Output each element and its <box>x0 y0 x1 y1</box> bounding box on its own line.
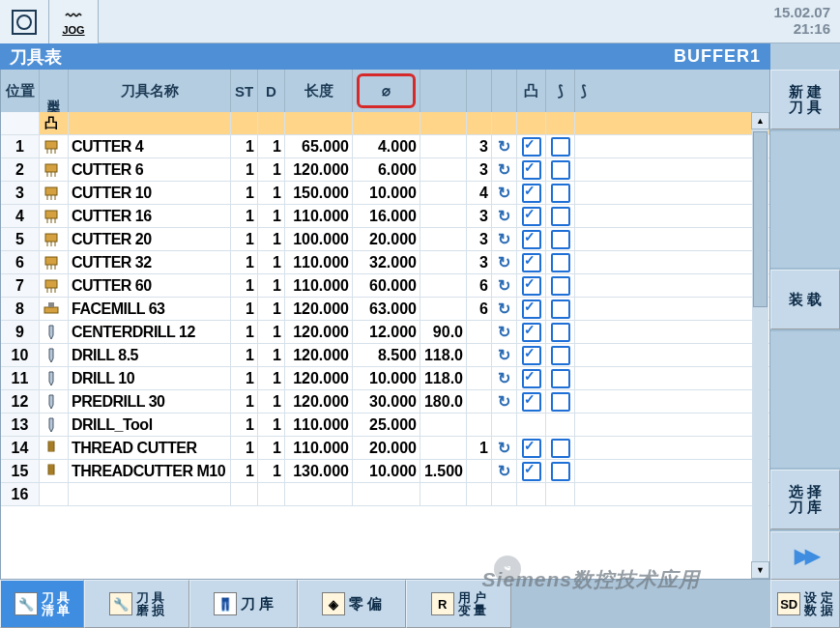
cell-x[interactable] <box>420 251 467 273</box>
cell-spin-icon[interactable]: ↻ <box>492 321 517 343</box>
table-row[interactable]: 1CUTTER 41165.0004.0003↻ <box>1 135 769 158</box>
cell-length[interactable]: 120.000 <box>285 298 353 320</box>
cell-name[interactable]: CUTTER 6 <box>69 158 231 181</box>
cell-d[interactable]: 1 <box>258 321 285 343</box>
cell-x[interactable] <box>420 483 467 505</box>
cell-check1[interactable] <box>517 274 546 297</box>
cell-spin-icon[interactable] <box>492 112 517 134</box>
cell-spin-icon[interactable]: ↻ <box>492 344 517 366</box>
cell-edges[interactable]: 6 <box>467 274 492 297</box>
cell-check2[interactable] <box>546 483 575 505</box>
bsk-zero-offset[interactable]: ◈ 零 偏 <box>298 580 406 628</box>
cell-check1[interactable] <box>517 483 546 505</box>
cell-d[interactable]: 1 <box>258 205 285 227</box>
cell-diameter[interactable]: 32.000 <box>353 251 420 273</box>
cell-d[interactable]: 1 <box>258 158 285 181</box>
cell-st[interactable]: 1 <box>231 390 258 413</box>
cell-diameter[interactable]: 10.000 <box>353 460 420 482</box>
scroll-thumb[interactable] <box>753 131 768 307</box>
cell-check1[interactable] <box>517 135 546 157</box>
table-row[interactable]: 10DRILL 8.511120.0008.500118.0↻ <box>1 344 769 367</box>
cell-diameter[interactable]: 10.000 <box>353 367 420 389</box>
cell-x[interactable] <box>420 228 467 250</box>
col-h3[interactable]: ⟆ <box>575 70 593 112</box>
cell-d[interactable] <box>258 112 285 134</box>
cell-spin-icon[interactable]: ↻ <box>492 274 517 297</box>
scroll-up-icon[interactable]: ▲ <box>751 112 769 129</box>
cell-check2[interactable] <box>546 112 575 134</box>
cell-name[interactable]: CUTTER 16 <box>69 205 231 227</box>
cell-edges[interactable] <box>467 367 492 389</box>
cell-name[interactable]: DRILL 8.5 <box>69 344 231 366</box>
cell-spin-icon[interactable]: ↻ <box>492 182 517 204</box>
cell-check2[interactable] <box>546 228 575 250</box>
cell-name[interactable] <box>69 112 231 134</box>
cell-edges[interactable]: 3 <box>467 135 492 157</box>
cell-x[interactable] <box>420 274 467 297</box>
cell-d[interactable] <box>258 483 285 505</box>
cell-d[interactable]: 1 <box>258 390 285 413</box>
table-row[interactable]: 12PREDRILL 3011120.00030.000180.0↻ <box>1 390 769 414</box>
cell-spin-icon[interactable]: ↻ <box>492 367 517 389</box>
cell-diameter[interactable]: 20.000 <box>353 437 420 459</box>
table-row[interactable]: 14THREAD CUTTER11110.00020.0001↻ <box>1 437 769 460</box>
table-row[interactable]: 2CUTTER 611120.0006.0003↻ <box>1 158 769 182</box>
col-h2[interactable]: ⟆ <box>546 70 575 112</box>
cell-x[interactable] <box>420 298 467 320</box>
cell-edges[interactable]: 1 <box>467 437 492 459</box>
cell-spin-icon[interactable] <box>492 483 517 505</box>
cell-st[interactable]: 1 <box>231 251 258 273</box>
sk-continue[interactable]: ▶▶ <box>770 531 840 580</box>
cell-check1[interactable] <box>517 228 546 250</box>
cell-check2[interactable] <box>546 251 575 273</box>
cell-st[interactable]: 1 <box>231 182 258 204</box>
scroll-down-icon[interactable]: ▼ <box>751 561 769 579</box>
cell-spin-icon[interactable]: ↻ <box>492 228 517 250</box>
cell-check2[interactable] <box>546 135 575 157</box>
cell-check2[interactable] <box>546 182 575 204</box>
cell-name[interactable]: PREDRILL 30 <box>69 390 231 413</box>
cell-diameter[interactable]: 30.000 <box>353 390 420 413</box>
cell-st[interactable]: 1 <box>231 298 258 320</box>
cell-name[interactable]: DRILL_Tool <box>69 414 231 436</box>
cell-edges[interactable] <box>467 460 492 482</box>
cell-x[interactable]: 180.0 <box>420 390 467 413</box>
cell-spin-icon[interactable]: ↻ <box>492 158 517 181</box>
cell-length[interactable]: 100.000 <box>285 228 353 250</box>
cell-check2[interactable] <box>546 298 575 320</box>
cell-check1[interactable] <box>517 344 546 366</box>
cell-diameter[interactable]: 16.000 <box>353 205 420 227</box>
table-row[interactable]: 3CUTTER 1011150.00010.0004↻ <box>1 182 769 205</box>
cell-edges[interactable]: 3 <box>467 158 492 181</box>
cell-d[interactable]: 1 <box>258 414 285 436</box>
cell-name[interactable]: CUTTER 4 <box>69 135 231 157</box>
col-name[interactable]: 刀具名称 <box>69 70 231 112</box>
cell-check2[interactable] <box>546 390 575 413</box>
cell-x[interactable] <box>420 437 467 459</box>
col-h1[interactable]: 凸 <box>517 70 546 112</box>
cell-edges[interactable] <box>467 321 492 343</box>
cell-st[interactable]: 1 <box>231 135 258 157</box>
cell-spin-icon[interactable]: ↻ <box>492 251 517 273</box>
table-row[interactable]: 13DRILL_Tool11110.00025.000 <box>1 414 769 437</box>
cell-d[interactable]: 1 <box>258 228 285 250</box>
sk-select-magazine[interactable]: 选 择 刀 库 <box>770 470 840 529</box>
cell-length[interactable]: 120.000 <box>285 158 353 181</box>
cell-st[interactable] <box>231 483 258 505</box>
cell-check2[interactable] <box>546 321 575 343</box>
cell-edges[interactable]: 3 <box>467 251 492 273</box>
cell-d[interactable]: 1 <box>258 135 285 157</box>
cell-diameter[interactable]: 4.000 <box>353 135 420 157</box>
cell-edges[interactable]: 3 <box>467 205 492 227</box>
cell-name[interactable]: THREADCUTTER M10 <box>69 460 231 482</box>
cell-check2[interactable] <box>546 158 575 181</box>
cell-edges[interactable]: 6 <box>467 298 492 320</box>
scrollbar[interactable]: ▲ ▼ <box>752 112 768 579</box>
cell-spin-icon[interactable]: ↻ <box>492 460 517 482</box>
cell-x[interactable] <box>420 414 467 436</box>
cell-length[interactable]: 110.000 <box>285 414 353 436</box>
col-diameter[interactable]: ⌀ <box>353 70 420 112</box>
cell-st[interactable]: 1 <box>231 437 258 459</box>
cell-diameter[interactable] <box>353 112 420 134</box>
table-row[interactable]: 4CUTTER 1611110.00016.0003↻ <box>1 205 769 228</box>
